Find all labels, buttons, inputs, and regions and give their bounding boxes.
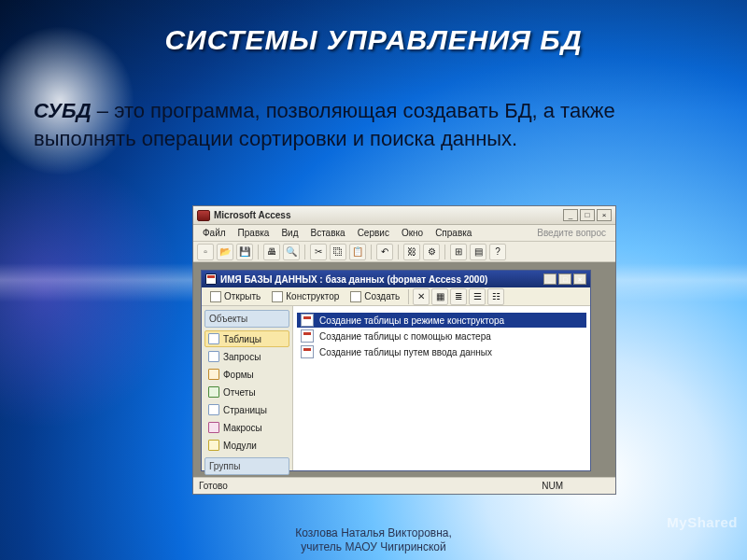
database-window-titlebar: ИМЯ БАЗЫ ДАННЫХ : база данных (формат Ac… (202, 271, 590, 287)
toolbar-links-icon[interactable]: ⛓ (403, 244, 420, 260)
toolbar-separator (304, 245, 305, 259)
watermark: MyShared (667, 514, 738, 530)
term-bold: СУБД (34, 99, 92, 122)
toolbar-relationships-icon[interactable]: ⊞ (450, 244, 467, 260)
list-item-label: Создание таблицы путем ввода данных (319, 347, 492, 357)
tables-icon (208, 333, 219, 344)
modules-icon (208, 440, 219, 451)
design-icon (272, 291, 283, 302)
status-num: NUM (542, 481, 563, 491)
create-wizard-icon (301, 329, 314, 343)
toolbar-copy-icon[interactable]: ⿻ (330, 244, 346, 260)
menu-file[interactable]: Файл (197, 226, 232, 240)
object-list: Создание таблицы в режиме конструктора С… (293, 306, 590, 470)
main-toolbar: ▫ 📂 💾 🖶 🔍 ✂ ⿻ 📋 ↶ ⛓ ⚙ ⊞ ▤ ? (193, 242, 615, 262)
toolbar-help-icon[interactable]: ? (489, 244, 506, 260)
list-item-label: Создание таблицы с помощью мастера (319, 331, 491, 342)
db-large-icons-icon[interactable]: ▦ (431, 288, 448, 305)
toolbar-analyze-icon[interactable]: ⚙ (423, 244, 440, 260)
statusbar: Готово NUM (193, 477, 615, 494)
sidebar-item-queries[interactable]: Запросы (204, 348, 289, 365)
toolbar-separator (258, 245, 259, 259)
menu-view[interactable]: Вид (275, 226, 303, 240)
sidebar-item-label: Таблицы (223, 334, 261, 344)
maximize-button[interactable]: □ (580, 209, 595, 221)
toolbar-properties-icon[interactable]: ▤ (470, 244, 486, 260)
access-app-icon (197, 210, 210, 221)
open-icon (210, 291, 221, 302)
toolbar-open-icon[interactable]: 📂 (217, 244, 233, 260)
list-item[interactable]: Создание таблицы в режиме конструктора (297, 313, 586, 328)
db-design-button[interactable]: Конструктор (267, 289, 344, 304)
database-body: Объекты Таблицы Запросы Формы Отчеты Стр… (202, 306, 590, 470)
db-open-button[interactable]: Открыть (205, 289, 265, 304)
macros-icon (208, 422, 219, 433)
sidebar-item-modules[interactable]: Модули (204, 437, 289, 454)
database-window: ИМЯ БАЗЫ ДАННЫХ : база данных (формат Ac… (201, 270, 591, 471)
slide: СИСТЕМЫ УПРАВЛЕНИЯ БД СУБД – это програм… (0, 0, 747, 560)
footer-line1: Козлова Наталья Викторовна, (0, 526, 747, 540)
toolbar-paste-icon[interactable]: 📋 (349, 244, 366, 260)
db-maximize-button[interactable]: □ (558, 273, 571, 285)
objects-sidebar: Объекты Таблицы Запросы Формы Отчеты Стр… (202, 306, 293, 470)
sidebar-item-tables[interactable]: Таблицы (204, 330, 289, 347)
create-design-icon (301, 314, 314, 327)
slide-body-text: СУБД – это программа, позволяющая создав… (34, 97, 691, 152)
reports-icon (208, 386, 219, 398)
list-item[interactable]: Создание таблицы с помощью мастера (297, 329, 586, 343)
sidebar-item-label: Формы (223, 370, 254, 380)
menu-help[interactable]: Справка (430, 226, 477, 240)
toolbar-separator (371, 245, 372, 259)
definition-text: – это программа, позволяющая создавать Б… (34, 99, 615, 150)
help-search-box[interactable]: Введите вопрос (531, 226, 612, 240)
create-icon (350, 291, 361, 302)
menu-insert[interactable]: Вставка (304, 226, 350, 240)
toolbar-new-icon[interactable]: ▫ (197, 244, 214, 260)
sidebar-item-reports[interactable]: Отчеты (204, 384, 289, 400)
sidebar-item-pages[interactable]: Страницы (204, 401, 289, 418)
database-toolbar: Открыть Конструктор Создать ✕ ▦ ≣ ☰ ☷ (202, 287, 590, 306)
toolbar-separator (398, 245, 399, 259)
toolbar-cut-icon[interactable]: ✂ (310, 244, 327, 260)
database-icon (205, 273, 217, 285)
database-window-title: ИМЯ БАЗЫ ДАННЫХ : база данных (формат Ac… (220, 274, 487, 285)
db-minimize-button[interactable]: _ (543, 273, 557, 285)
app-titlebar: Microsoft Access _ □ × (193, 206, 615, 225)
menubar: Файл Правка Вид Вставка Сервис Окно Спра… (193, 225, 615, 242)
menu-tools[interactable]: Сервис (352, 226, 395, 240)
toolbar-print-icon[interactable]: 🖶 (263, 244, 280, 260)
mdi-client-area: ИМЯ БАЗЫ ДАННЫХ : база данных (формат Ac… (193, 262, 615, 477)
groups-group-header[interactable]: Группы (204, 457, 289, 475)
db-list-icon[interactable]: ☰ (469, 288, 486, 305)
db-small-icons-icon[interactable]: ≣ (450, 288, 467, 305)
menu-edit[interactable]: Правка (233, 226, 275, 240)
sidebar-item-label: Запросы (223, 352, 261, 362)
sidebar-item-label: Модули (223, 441, 257, 451)
sidebar-item-label: Макросы (223, 423, 262, 433)
toolbar-undo-icon[interactable]: ↶ (376, 244, 393, 260)
objects-group-header[interactable]: Объекты (204, 310, 289, 328)
window-controls: _ □ × (563, 209, 612, 221)
sidebar-item-forms[interactable]: Формы (204, 366, 289, 383)
db-design-label: Конструктор (286, 291, 339, 301)
db-close-button[interactable]: × (573, 273, 586, 285)
db-delete-icon[interactable]: ✕ (413, 288, 430, 305)
app-title: Microsoft Access (214, 210, 563, 220)
access-app-window: Microsoft Access _ □ × Файл Правка Вид В… (192, 205, 616, 495)
close-button[interactable]: × (597, 209, 612, 221)
footer-credit: Козлова Наталья Викторовна, учитель МАОУ… (0, 526, 747, 554)
sidebar-item-macros[interactable]: Макросы (204, 419, 289, 436)
menu-window[interactable]: Окно (396, 226, 429, 240)
db-window-controls: _ □ × (543, 273, 586, 285)
toolbar-save-icon[interactable]: 💾 (236, 244, 253, 260)
toolbar-preview-icon[interactable]: 🔍 (283, 244, 300, 260)
db-details-icon[interactable]: ☷ (487, 288, 504, 305)
status-ready: Готово (199, 481, 228, 491)
sidebar-item-label: Отчеты (223, 387, 256, 398)
toolbar-separator (444, 245, 445, 259)
forms-icon (208, 369, 219, 380)
minimize-button[interactable]: _ (563, 209, 578, 221)
list-item[interactable]: Создание таблицы путем ввода данных (297, 344, 586, 359)
toolbar-separator (408, 289, 409, 304)
db-create-button[interactable]: Создать (345, 289, 404, 304)
